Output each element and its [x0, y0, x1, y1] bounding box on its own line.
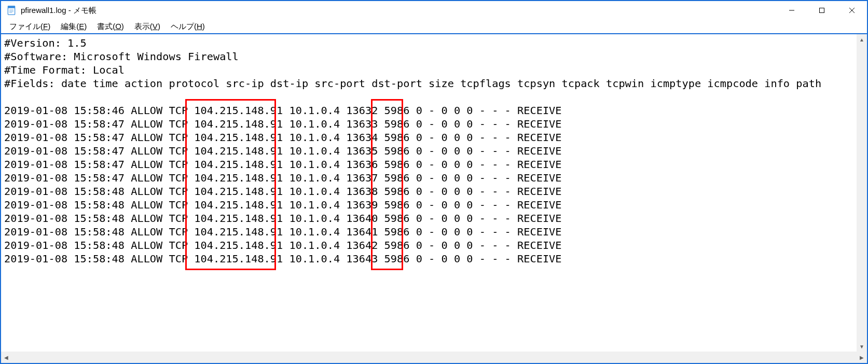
- scroll-up-icon[interactable]: ▲: [857, 34, 867, 45]
- vertical-scrollbar[interactable]: ▲ ▼: [857, 34, 867, 352]
- window-controls: [777, 1, 867, 20]
- titlebar[interactable]: pfirewall1.log - メモ帳: [1, 1, 867, 20]
- editor-viewport: #Version: 1.5 #Software: Microsoft Windo…: [1, 34, 867, 352]
- menu-format[interactable]: 書式(O): [93, 21, 128, 33]
- menu-edit[interactable]: 編集(E): [57, 21, 91, 33]
- horizontal-scroll-track[interactable]: [11, 352, 857, 363]
- menubar: ファイル(F) 編集(E) 書式(O) 表示(V) ヘルプ(H): [1, 20, 867, 34]
- menu-file[interactable]: ファイル(F): [5, 21, 54, 33]
- close-button[interactable]: [837, 1, 867, 20]
- svg-rect-1: [8, 6, 15, 8]
- svg-rect-6: [820, 8, 824, 13]
- window-title: pfirewall1.log - メモ帳: [21, 6, 97, 16]
- scroll-down-icon[interactable]: ▼: [857, 341, 867, 352]
- scroll-left-icon[interactable]: ◀: [1, 352, 11, 363]
- text-editor[interactable]: #Version: 1.5 #Software: Microsoft Windo…: [1, 34, 867, 352]
- horizontal-scrollbar[interactable]: ◀ ▶: [1, 352, 867, 363]
- menu-view[interactable]: 表示(V): [130, 21, 164, 33]
- menu-help[interactable]: ヘルプ(H): [167, 21, 209, 33]
- maximize-button[interactable]: [807, 1, 837, 20]
- notepad-icon: [6, 5, 17, 16]
- scroll-right-icon[interactable]: ▶: [857, 352, 867, 363]
- minimize-button[interactable]: [777, 1, 807, 20]
- vertical-scroll-track[interactable]: [857, 45, 867, 341]
